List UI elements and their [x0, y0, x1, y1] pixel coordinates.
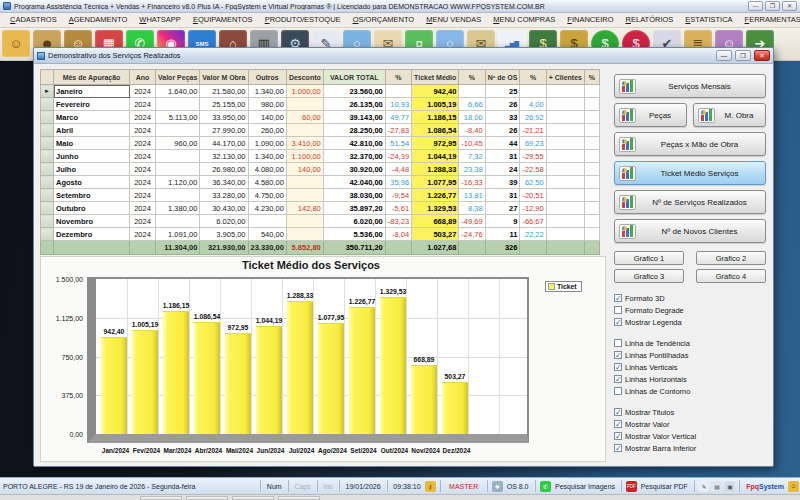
menu-item-menu-compras[interactable]: MENU COMPRAS [487, 13, 561, 27]
option-mostrar-valor-vertical[interactable]: ✓Mostrar Valor Vertical [614, 430, 766, 442]
column-header-valor-m-obra[interactable]: Valor M Obra [200, 70, 248, 85]
row-selector[interactable] [41, 163, 54, 176]
row-selector[interactable] [41, 241, 54, 255]
column-header-ticket-m-dio[interactable]: Ticket Médio [412, 70, 459, 85]
bar-fev-2024[interactable] [132, 330, 158, 434]
menu-item-financeiro[interactable]: FINANCEIRO [561, 13, 619, 27]
row-selector[interactable] [41, 189, 54, 202]
help-icon[interactable]: ☺ [788, 481, 799, 492]
option-formato-3d[interactable]: ✓Formato 3D [614, 292, 766, 304]
bar-mar-2024[interactable] [163, 311, 189, 434]
table-row[interactable]: Novembro20246.020,006.020,00-83,23668,89… [41, 215, 600, 228]
table-row[interactable]: Abril202427.990,00260,0028.250,00-27,831… [41, 124, 600, 137]
table-row[interactable]: ►Janeiro20241.640,0021.580,001.340,001.0… [41, 85, 600, 98]
row-selector[interactable] [41, 137, 54, 150]
row-selector[interactable] [41, 111, 54, 124]
table-row[interactable]: Marco20245.113,0033.950,00140,0060,0039.… [41, 111, 600, 124]
bar-jan-2024[interactable] [101, 337, 127, 434]
grafico-4-button[interactable]: Grafico 4 [696, 269, 766, 283]
menu-item-ferramentas[interactable]: FERRAMENTAS [739, 13, 800, 27]
table-row[interactable]: Agosto20241.120,0036.340,004.580,0042.04… [41, 176, 600, 189]
pecas-x-mao-de-obra-button[interactable]: Peças x Mão de Obra [614, 132, 766, 156]
option-linha-de-tend-ncia[interactable]: Linha de Tendência [614, 337, 766, 349]
grafico-3-button[interactable]: Grafico 3 [614, 269, 684, 283]
menu-item-menu-vendas[interactable]: MENU VENDAS [420, 13, 487, 27]
option-mostrar-valor[interactable]: ✓Mostrar Valor [614, 418, 766, 430]
menu-item-estatistica[interactable]: ESTATISTICA [679, 13, 738, 27]
checkbox-mostrar-valor-vertical[interactable]: ✓ [614, 432, 622, 440]
new-doc-icon[interactable]: ✎ [698, 481, 709, 492]
table-row[interactable]: Junho202432.130,001.340,001.100,0032.370… [41, 150, 600, 163]
menu-item-os-or-amento[interactable]: OS/ORÇAMENTO [347, 13, 421, 27]
mobra-button[interactable]: M. Obra [693, 103, 766, 127]
window-restore-button[interactable]: ❐ [735, 50, 751, 61]
table-row[interactable]: Julho202426.980,004.080,00140,0030.920,0… [41, 163, 600, 176]
row-selector[interactable] [41, 150, 54, 163]
column-header-outros[interactable]: Outros [248, 70, 286, 85]
checkbox-linha-de-tend-ncia[interactable] [614, 339, 622, 347]
bar-set-2024[interactable] [349, 307, 375, 434]
checkbox-linhas-pontilhadas[interactable]: ✓ [614, 351, 622, 359]
pecas-button[interactable]: Peças [614, 103, 687, 127]
checkbox-mostrar-legenda[interactable]: ✓ [614, 318, 622, 326]
search-pdf-button[interactable]: Pesquisar PDF [638, 483, 691, 490]
row-selector[interactable]: ► [41, 85, 54, 98]
row-selector[interactable] [41, 98, 54, 111]
menu-item-cadastros[interactable]: CADASTROS [4, 13, 63, 27]
servicos-mensais-button[interactable]: Serviços Mensais [614, 74, 766, 98]
printer-icon[interactable]: ▤ [711, 481, 722, 492]
checkbox-linhas-horizontais[interactable]: ✓ [614, 375, 622, 383]
menu-item-equipamentos[interactable]: EQUIPAMENTOS [187, 13, 259, 27]
num-servicos-realizados-button[interactable]: Nº de Serviços Realizados [614, 190, 766, 214]
option-formato-degrade[interactable]: Formato Degrade [614, 304, 766, 316]
grafico-2-button[interactable]: Grafico 2 [696, 251, 766, 265]
row-selector[interactable] [41, 228, 54, 241]
app-restore-button[interactable]: ❐ [765, 1, 780, 11]
row-selector[interactable] [41, 124, 54, 137]
row-selector[interactable] [41, 215, 54, 228]
checkbox-linhas-verticais[interactable]: ✓ [614, 363, 622, 371]
bar-jun-2024[interactable] [256, 326, 282, 434]
table-row[interactable]: Setembro202433.280,004.750,0038.030,00-9… [41, 189, 600, 202]
window-minimize-button[interactable]: — [716, 50, 732, 61]
column-header-m-s-de-apura-o[interactable]: Mês de Apuração [54, 70, 130, 85]
table-row[interactable]: Outubro20241.380,0030.430,004.230,00142,… [41, 202, 600, 215]
checkbox-formato-3d[interactable]: ✓ [614, 294, 622, 302]
column-header-desconto[interactable]: Desconto [286, 70, 323, 85]
table-row[interactable]: Fevereiro202425.155,00980,0026.135,0010,… [41, 98, 600, 111]
menu-item-agendamento[interactable]: AGENDAMENTO [63, 13, 134, 27]
checkbox-formato-degrade[interactable] [614, 306, 622, 314]
column-header-[interactable]: % [459, 70, 485, 85]
row-selector[interactable] [41, 176, 54, 189]
column-header-[interactable]: % [385, 70, 411, 85]
menu-item-whatsapp[interactable]: WHATSAPP [133, 13, 187, 27]
column-header-clientes[interactable]: + Clientes [546, 70, 584, 85]
app-close-button[interactable]: ✕ [782, 1, 797, 11]
search-images-button[interactable]: Pesquisar Imagens [552, 483, 618, 490]
app-minimize-button[interactable]: — [748, 1, 763, 11]
option-linhas-pontilhadas[interactable]: ✓Linhas Pontilhadas [614, 349, 766, 361]
table-row[interactable]: Maio2024960,0044.170,001.090,003.410,004… [41, 137, 600, 150]
bar-mai-2024[interactable] [225, 333, 251, 434]
column-header-valor-pe-as[interactable]: Valor Peças [156, 70, 200, 85]
column-header-n-de-os[interactable]: Nº de OS [485, 70, 520, 85]
menu-item-relat-rios[interactable]: RELATÓRIOS [620, 13, 680, 27]
table-row[interactable]: Dezembro20241.091,003.905,00540,005.536,… [41, 228, 600, 241]
option-mostrar-titulos[interactable]: ✓Mostrar Titulos [614, 406, 766, 418]
option-mostrar-legenda[interactable]: ✓Mostrar Legenda [614, 316, 766, 328]
num-novos-clientes-button[interactable]: Nº de Novos Clientes [614, 219, 766, 243]
bar-abr-2024[interactable] [194, 322, 220, 434]
column-header-[interactable]: % [520, 70, 546, 85]
column-header-valor-total[interactable]: VALOR TOTAL [323, 70, 385, 85]
window-close-button[interactable]: ✕ [754, 50, 770, 61]
bar-out-2024[interactable] [380, 297, 406, 434]
ticket-medio-servicos-button[interactable]: Ticket Médio Serviços [614, 161, 766, 185]
clients-icon[interactable]: ☺ [2, 30, 30, 57]
bar-dez-2024[interactable] [442, 382, 468, 434]
option-linhas-verticais[interactable]: ✓Linhas Verticais [614, 361, 766, 373]
option-linhas-de-contorno[interactable]: Linhas de Contorno [614, 385, 766, 397]
column-header-ano[interactable]: Ano [130, 70, 156, 85]
monitor-icon[interactable]: ▣ [724, 481, 735, 492]
checkbox-mostrar-valor[interactable]: ✓ [614, 420, 622, 428]
bar-ago-2024[interactable] [318, 323, 344, 434]
